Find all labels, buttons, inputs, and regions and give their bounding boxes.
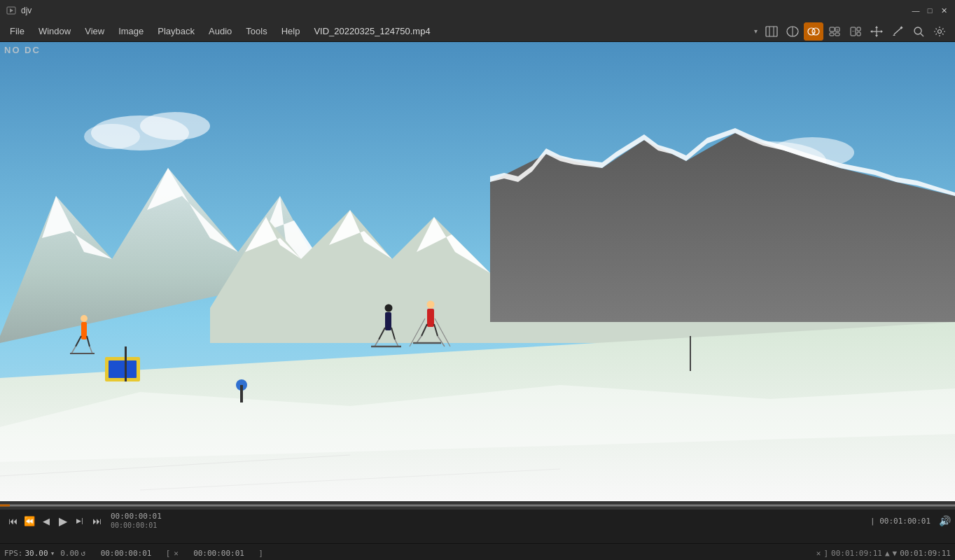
speed-value: 0.00 <box>60 549 79 558</box>
svg-rect-58 <box>240 385 243 402</box>
filename-dropdown[interactable]: ▾ <box>750 27 762 35</box>
svg-marker-23 <box>870 30 872 33</box>
time-current: 00:00:00:01 <box>111 512 162 521</box>
out-bracket-right: ] <box>823 549 828 558</box>
svg-rect-17 <box>857 32 860 36</box>
time-display: 00:00:00:01 00:00:00:01 <box>111 512 162 529</box>
window-controls: — □ ✕ <box>910 5 949 16</box>
svg-rect-13 <box>835 33 839 36</box>
tool-pan[interactable] <box>867 22 886 41</box>
menu-audio[interactable]: Audio <box>202 23 239 39</box>
svg-rect-10 <box>830 27 835 31</box>
svg-point-66 <box>385 304 393 312</box>
fps-label: FPS: <box>4 549 23 558</box>
prev-frame-button[interactable]: ◀ <box>38 512 55 529</box>
tool-compare-oval[interactable] <box>783 22 802 41</box>
timeline[interactable] <box>0 501 955 510</box>
time-sub: 00:00:00:01 <box>111 522 162 530</box>
controls-area: ⏮ ⏪ ◀ ▶ ▶| ⏭ 00:00:00:01 00:00:00:01 | 0… <box>0 501 955 543</box>
svg-rect-55 <box>109 360 137 378</box>
close-button[interactable]: ✕ <box>938 5 949 16</box>
fps-dropdown-icon[interactable]: ▾ <box>50 549 55 558</box>
prev-fast-button[interactable]: ⏪ <box>21 512 38 529</box>
tool-compare-strip[interactable] <box>762 22 781 41</box>
maximize-button[interactable]: □ <box>924 5 935 16</box>
menubar: File Window View Image Playback Audio To… <box>0 21 955 42</box>
clear-right-button[interactable]: ✕ <box>816 549 821 558</box>
stepper-up[interactable]: ▲ <box>885 549 890 558</box>
svg-point-59 <box>81 315 88 322</box>
menu-window[interactable]: Window <box>32 23 78 39</box>
play-button[interactable]: ▶ <box>55 512 71 529</box>
video-content <box>0 42 955 501</box>
volume-icon: 🔊 <box>939 515 951 526</box>
app-title: djv <box>21 6 910 15</box>
go-end-button[interactable]: ⏭ <box>88 512 105 529</box>
svg-point-34 <box>84 124 140 149</box>
menu-file[interactable]: File <box>3 23 32 39</box>
filename-display: VID_20220325_124750.mp4 <box>307 23 750 39</box>
next-frame-button[interactable]: ▶| <box>71 512 88 529</box>
app-icon <box>6 5 17 16</box>
tool-zoom-in[interactable]: + <box>825 22 844 41</box>
speed-icon[interactable]: ↺ <box>81 549 86 558</box>
svg-rect-56 <box>125 346 127 382</box>
fps-value: 30.00 <box>25 549 48 558</box>
fps-group: FPS: 30.00 ▾ <box>4 549 55 558</box>
svg-rect-16 <box>857 27 860 31</box>
svg-rect-12 <box>830 33 834 36</box>
svg-rect-82 <box>690 336 691 371</box>
toolbar-right: + + − <box>762 22 952 41</box>
stepper-down[interactable]: ▼ <box>893 549 898 558</box>
titlebar: djv — □ ✕ <box>0 0 955 21</box>
overlay-text: NO DC <box>4 45 41 55</box>
svg-rect-2 <box>766 27 777 36</box>
minimize-button[interactable]: — <box>910 5 921 16</box>
in-bracket: [ <box>166 549 171 558</box>
time-end: 00:01:09:11 <box>900 549 951 558</box>
svg-text:−: − <box>851 29 854 34</box>
svg-rect-74 <box>427 309 434 327</box>
tool-compare-diff[interactable]: + <box>804 22 823 41</box>
time-in-input[interactable] <box>101 549 164 558</box>
tool-search[interactable] <box>909 22 928 41</box>
speed-group: 0.00 ↺ <box>60 549 85 558</box>
svg-marker-26 <box>893 34 895 36</box>
svg-point-30 <box>938 29 942 33</box>
svg-line-29 <box>921 34 923 36</box>
svg-marker-22 <box>875 35 878 37</box>
tool-settings[interactable] <box>930 22 949 41</box>
menu-image[interactable]: Image <box>111 23 151 39</box>
menu-tools[interactable]: Tools <box>239 23 274 39</box>
svg-point-28 <box>914 27 921 34</box>
menu-help[interactable]: Help <box>274 23 307 39</box>
svg-point-33 <box>140 112 210 140</box>
svg-point-73 <box>427 301 435 309</box>
svg-line-25 <box>894 28 901 34</box>
timeline-track <box>0 505 955 507</box>
svg-text:+: + <box>836 27 839 31</box>
video-area: NO DC <box>0 42 955 501</box>
transport-controls: ⏮ ⏪ ◀ ▶ ▶| ⏭ 00:00:00:01 00:00:00:01 | 0… <box>0 510 955 532</box>
time-out-input[interactable] <box>193 549 256 558</box>
time-right: | 00:01:00:01 🔊 <box>870 515 951 526</box>
sep2 <box>88 549 97 558</box>
svg-marker-1 <box>10 8 13 13</box>
tool-zoom-out[interactable]: − <box>846 22 865 41</box>
timeline-progress <box>0 505 10 507</box>
go-start-button[interactable]: ⏮ <box>4 512 21 529</box>
sep3 <box>181 549 190 558</box>
time-in-group: [ ✕ <box>101 549 179 558</box>
svg-rect-67 <box>385 312 391 330</box>
out-bracket: ] <box>258 549 263 558</box>
svg-text:+: + <box>812 29 816 36</box>
svg-marker-21 <box>875 26 878 28</box>
time-total-display: | 00:01:00:01 <box>870 517 930 526</box>
clear-in-button[interactable]: ✕ <box>174 549 179 558</box>
tool-draw[interactable] <box>888 22 907 41</box>
statusbar: FPS: 30.00 ▾ 0.00 ↺ [ ✕ ] ✕ ] 00:01:09:1… <box>0 543 955 560</box>
svg-marker-24 <box>881 30 883 33</box>
menu-playback[interactable]: Playback <box>151 23 202 39</box>
duration-end: 00:01:09:11 <box>831 549 882 558</box>
menu-view[interactable]: View <box>78 23 111 39</box>
